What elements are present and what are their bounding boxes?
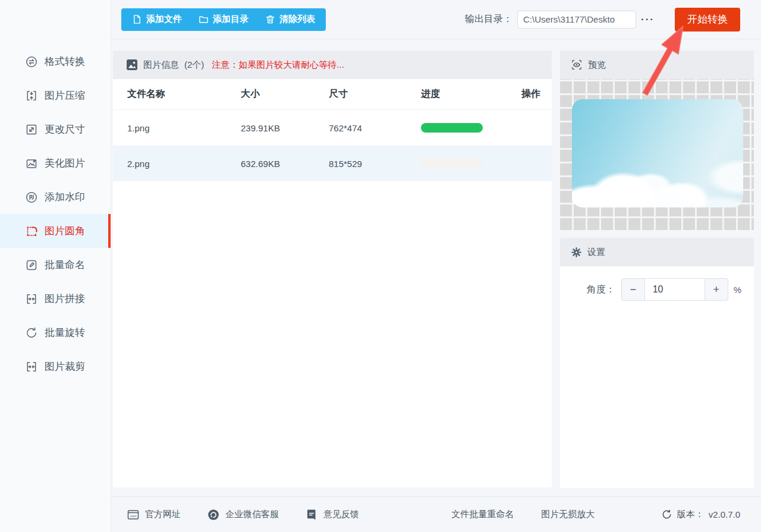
right-column: 预览 设置 角度： − + % [560,51,754,487]
transparency-grid [560,79,754,230]
beautify-icon [25,157,38,170]
batch-rename-link[interactable]: 文件批量重命名 [451,509,514,520]
sidebar: 格式转换 图片压缩 更改尺寸 美化图片 添加水印 图片圆角 批量命名 [0,0,111,532]
increase-angle-button[interactable]: + [705,278,728,301]
cell-size: 239.91KB [241,123,329,133]
add-directory-button[interactable]: 添加目录 [190,8,257,31]
gear-icon [571,247,582,258]
col-dimensions: 尺寸 [329,88,421,100]
cell-dimensions: 762*474 [329,123,421,133]
preview-image [572,99,743,207]
angle-input[interactable] [645,278,705,301]
sidebar-item-batch-rename[interactable]: 批量命名 [0,248,111,282]
rename-icon [25,259,38,272]
website-icon: .com [127,508,140,521]
format-convert-icon [25,55,38,68]
sidebar-item-stitch[interactable]: 图片拼接 [0,282,111,316]
stitch-icon [25,292,38,306]
sidebar-item-resize[interactable]: 更改尺寸 [0,112,111,146]
col-actions: 操作 [510,88,552,100]
file-count: (2个) [184,59,204,71]
file-panel-header: 图片信息 (2个) 注意：如果图片较大请耐心等待... [113,51,552,79]
svg-text:.com: .com [130,514,137,518]
wechat-icon [207,508,220,521]
sidebar-item-compress[interactable]: 图片压缩 [0,78,111,112]
sidebar-item-watermark[interactable]: 添加水印 [0,180,111,214]
cell-filename: 1.png [113,123,241,133]
file-list-panel: 图片信息 (2个) 注意：如果图片较大请耐心等待... 文件名称 大小 尺寸 进… [113,51,552,487]
compress-icon [25,89,38,102]
settings-title: 设置 [587,247,605,258]
preview-eye-icon [571,59,583,71]
sidebar-item-rounded-corner[interactable]: 图片圆角 [0,214,111,248]
warning-note: 注意：如果图片较大请耐心等待... [212,59,344,71]
rounded-corner-icon [25,225,38,238]
version-value: v2.0.7.0 [709,509,740,520]
sidebar-item-label: 格式转换 [45,55,85,68]
trash-icon [265,14,275,24]
preview-title: 预览 [588,59,606,71]
start-convert-button[interactable]: 开始转换 [675,8,740,32]
col-size: 大小 [241,88,329,100]
preview-panel: 预览 [560,51,754,230]
sidebar-item-label: 图片压缩 [45,89,85,102]
feedback-link[interactable]: 意见反馈 [305,508,359,521]
version-area: 版本：v2.0.7.0 [661,509,740,520]
version-label: 版本： [677,509,704,520]
sidebar-item-label: 图片圆角 [45,224,85,238]
browse-dots-button[interactable]: ··· [641,14,655,26]
crop-icon [25,360,38,373]
sidebar-item-label: 更改尺寸 [45,122,85,136]
footer-middle-links: 文件批量重命名 图片无损放大 [451,509,595,520]
col-progress: 进度 [421,88,510,100]
output-dir-label: 输出目录： [465,13,512,26]
output-dir-input[interactable] [517,11,636,29]
progress-bar [421,123,483,133]
folder-icon [199,14,209,24]
sidebar-item-crop[interactable]: 图片裁剪 [0,350,111,383]
table-row: 2.png 632.69KB 815*529 [113,146,552,181]
sidebar-item-beautify[interactable]: 美化图片 [0,146,111,180]
refresh-icon[interactable] [661,509,672,520]
footer: .com 官方网址 企业微信客服 意见反馈 文件批量重命名 图片无损放大 版本：… [111,496,761,532]
sidebar-item-format-convert[interactable]: 格式转换 [0,45,111,78]
wechat-support-link[interactable]: 企业微信客服 [207,508,279,521]
decrease-angle-button[interactable]: − [621,278,645,301]
cell-size: 632.69KB [241,159,329,169]
sidebar-item-label: 图片裁剪 [45,360,85,373]
panel-title: 图片信息 [143,59,179,71]
settings-header: 设置 [560,238,754,266]
settings-panel: 设置 角度： − + % [560,238,754,488]
sidebar-item-label: 美化图片 [45,156,85,170]
preview-header: 预览 [560,51,754,79]
sidebar-item-label: 批量命名 [45,258,85,272]
rotate-icon [25,326,38,339]
add-file-button[interactable]: 添加文件 [124,8,190,31]
table-row: 1.png 239.91KB 762*474 [113,110,552,146]
toolbar: 添加文件 添加目录 清除列表 输出目录： ··· 开始转换 [111,0,761,39]
settings-body: 角度： − + % [560,266,754,488]
progress-bar [421,159,483,168]
lossless-upscale-link[interactable]: 图片无损放大 [541,509,595,520]
angle-stepper: − + [621,278,728,301]
angle-label: 角度： [587,284,615,296]
cell-filename: 2.png [113,159,241,169]
resize-icon [25,123,38,136]
file-actions-group: 添加文件 添加目录 清除列表 [121,8,326,31]
feedback-icon [305,508,318,521]
file-icon [132,14,142,24]
sidebar-item-label: 添加水印 [45,190,85,204]
sidebar-item-batch-rotate[interactable]: 批量旋转 [0,316,111,350]
col-filename: 文件名称 [113,88,241,100]
image-info-icon [126,59,138,71]
cell-dimensions: 815*529 [329,159,421,169]
watermark-icon [25,191,38,204]
angle-setting-row: 角度： − + % [560,278,754,301]
angle-unit: % [734,285,741,295]
table-header: 文件名称 大小 尺寸 进度 操作 [113,79,552,110]
sidebar-item-label: 图片拼接 [45,292,85,306]
clear-list-button[interactable]: 清除列表 [257,8,323,31]
official-site-link[interactable]: .com 官方网址 [127,508,181,521]
sidebar-item-label: 批量旋转 [45,326,85,339]
